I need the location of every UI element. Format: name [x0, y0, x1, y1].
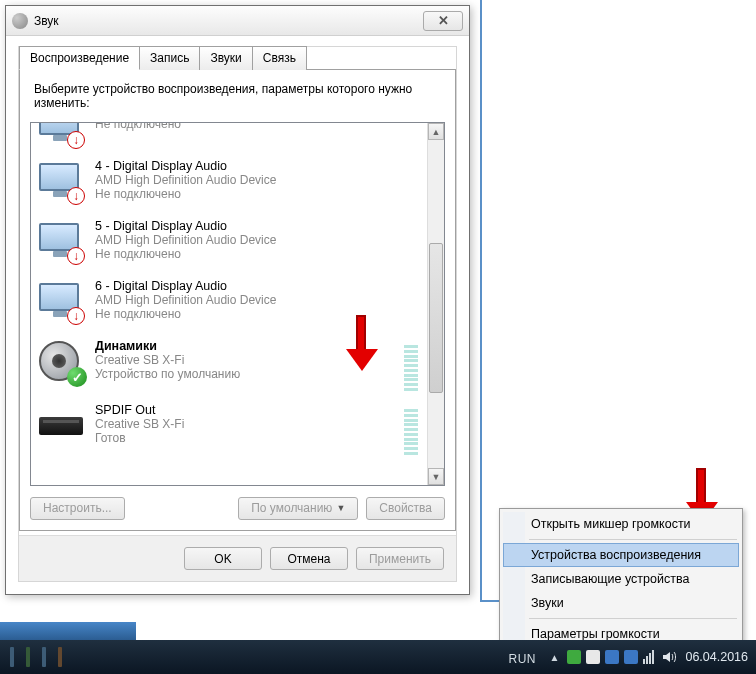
- monitor-icon: [39, 123, 83, 147]
- level-meter: [404, 345, 418, 391]
- spdif-icon: [39, 403, 83, 447]
- dropdown-caret-icon: ▼: [336, 503, 345, 513]
- default-badge-icon: ✓: [67, 367, 87, 387]
- device-item[interactable]: 4 - Digital Display AudioAMD High Defini…: [31, 153, 426, 213]
- window-title: Звук: [34, 14, 423, 28]
- tray-app-icon[interactable]: [624, 650, 638, 664]
- tab-strip: Воспроизведение Запись Звуки Связь: [19, 46, 456, 70]
- network-icon[interactable]: [643, 650, 657, 664]
- monitor-icon: [39, 279, 83, 323]
- dialog-button-row: OK Отмена Применить: [19, 535, 456, 581]
- device-item[interactable]: 5 - Digital Display AudioAMD High Defini…: [31, 213, 426, 273]
- unplugged-badge-icon: [67, 307, 85, 325]
- scrollbar[interactable]: ▲ ▼: [427, 123, 444, 485]
- device-description: AMD High Definition Audio Device: [95, 293, 418, 307]
- device-text: SPDIF OutCreative SB X-FiГотов: [95, 403, 398, 445]
- volume-icon[interactable]: [662, 650, 676, 664]
- unplugged-badge-icon: [67, 187, 85, 205]
- device-description: Creative SB X-Fi: [95, 353, 398, 367]
- taskbar-item[interactable]: [26, 647, 30, 667]
- menu-item[interactable]: Звуки: [503, 591, 739, 615]
- tab-playback[interactable]: Воспроизведение: [19, 46, 140, 70]
- menu-item[interactable]: Записывающие устройства: [503, 567, 739, 591]
- device-text: 6 - Digital Display AudioAMD High Defini…: [95, 279, 418, 321]
- tray-context-menu: Открыть микшер громкостиУстройства воспр…: [499, 508, 743, 650]
- menu-separator: [529, 618, 737, 619]
- device-description: AMD High Definition Audio Device: [95, 173, 418, 187]
- tray-app-icon[interactable]: [605, 650, 619, 664]
- taskbar-item[interactable]: [58, 647, 62, 667]
- device-item[interactable]: ✓ДинамикиCreative SB X-FiУстройство по у…: [31, 333, 426, 397]
- taskbar[interactable]: RUN ▲ 06.04.2016: [0, 640, 756, 674]
- device-name: 4 - Digital Display Audio: [95, 159, 418, 173]
- set-default-button[interactable]: По умолчанию ▼: [238, 497, 358, 520]
- desktop-area: [0, 622, 136, 640]
- configure-button[interactable]: Настроить...: [30, 497, 125, 520]
- level-meter: [404, 409, 418, 455]
- instruction-text: Выберите устройство воспроизведения, пар…: [34, 82, 441, 110]
- device-description: Creative SB X-Fi: [95, 417, 398, 431]
- taskbar-item[interactable]: [42, 647, 46, 667]
- device-status: Не подключено: [95, 187, 418, 201]
- device-list: AMD High Definition Audio DeviceНе подкл…: [30, 122, 445, 486]
- monitor-icon: [39, 159, 83, 203]
- menu-item[interactable]: Устройства воспроизведения: [503, 543, 739, 567]
- device-text: 4 - Digital Display AudioAMD High Defini…: [95, 159, 418, 201]
- speaker-icon: ✓: [39, 339, 83, 383]
- system-tray: ▲ 06.04.2016: [550, 640, 750, 674]
- sound-icon: [12, 13, 28, 29]
- scroll-down-button[interactable]: ▼: [428, 468, 444, 485]
- ok-button[interactable]: OK: [184, 547, 262, 570]
- device-status: Не подключено: [95, 247, 418, 261]
- device-name: 6 - Digital Display Audio: [95, 279, 418, 293]
- device-name: 5 - Digital Display Audio: [95, 219, 418, 233]
- set-default-label: По умолчанию: [251, 501, 332, 515]
- device-status: Готов: [95, 431, 398, 445]
- device-item[interactable]: SPDIF OutCreative SB X-FiГотов: [31, 397, 426, 461]
- menu-separator: [529, 539, 737, 540]
- tray-date[interactable]: 06.04.2016: [685, 650, 748, 664]
- taskbar-item[interactable]: [10, 647, 14, 667]
- device-name: SPDIF Out: [95, 403, 398, 417]
- properties-button[interactable]: Свойства: [366, 497, 445, 520]
- device-description: AMD High Definition Audio Device: [95, 233, 418, 247]
- scroll-up-button[interactable]: ▲: [428, 123, 444, 140]
- device-item[interactable]: 6 - Digital Display AudioAMD High Defini…: [31, 273, 426, 333]
- unplugged-badge-icon: [67, 247, 85, 265]
- device-text: 5 - Digital Display AudioAMD High Defini…: [95, 219, 418, 261]
- language-indicator[interactable]: RUN: [509, 652, 537, 666]
- tab-communications[interactable]: Связь: [252, 46, 307, 70]
- tab-recording[interactable]: Запись: [139, 46, 200, 70]
- tray-app-icon[interactable]: [586, 650, 600, 664]
- tray-app-icon[interactable]: [567, 650, 581, 664]
- device-status: Устройство по умолчанию: [95, 367, 398, 381]
- device-status: Не подключено: [95, 123, 418, 131]
- device-text: AMD High Definition Audio DeviceНе подкл…: [95, 123, 418, 131]
- scroll-thumb[interactable]: [429, 243, 443, 393]
- device-text: ДинамикиCreative SB X-FiУстройство по ум…: [95, 339, 398, 381]
- sound-dialog: Звук ✕ Воспроизведение Запись Звуки Связ…: [5, 5, 470, 595]
- device-status: Не подключено: [95, 307, 418, 321]
- tab-panel-playback: Выберите устройство воспроизведения, пар…: [19, 69, 456, 531]
- cancel-button[interactable]: Отмена: [270, 547, 348, 570]
- show-hidden-icons[interactable]: ▲: [550, 652, 560, 663]
- device-name: Динамики: [95, 339, 398, 353]
- menu-item[interactable]: Открыть микшер громкости: [503, 512, 739, 536]
- apply-button[interactable]: Применить: [356, 547, 444, 570]
- titlebar[interactable]: Звук ✕: [6, 6, 469, 36]
- monitor-icon: [39, 219, 83, 263]
- unplugged-badge-icon: [67, 131, 85, 149]
- tab-sounds[interactable]: Звуки: [199, 46, 252, 70]
- device-item[interactable]: AMD High Definition Audio DeviceНе подкл…: [31, 123, 426, 153]
- close-button[interactable]: ✕: [423, 11, 463, 31]
